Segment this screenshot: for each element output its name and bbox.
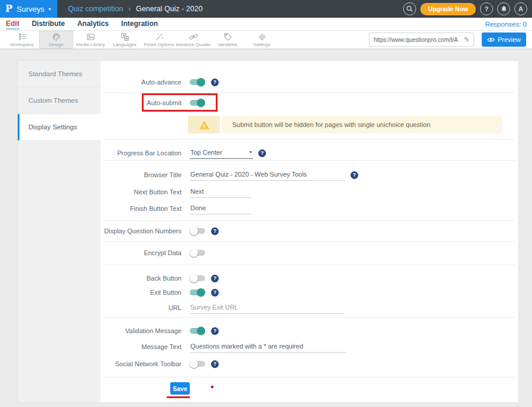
help-icon[interactable]: ? bbox=[211, 360, 219, 368]
upgrade-now-button[interactable]: Upgrade Now bbox=[420, 3, 476, 15]
questionpro-logo-icon: P bbox=[5, 4, 12, 14]
survey-url-box: ✎ bbox=[369, 32, 474, 47]
exit-button-toggle[interactable] bbox=[190, 288, 206, 297]
tab-integration[interactable]: Integration bbox=[121, 18, 158, 30]
design-panel: Standard Themes Custom Themes Display Se… bbox=[18, 61, 518, 402]
message-text-input[interactable] bbox=[190, 341, 346, 353]
row-auto-advance: Auto-advance ? bbox=[100, 75, 518, 89]
edit-url-pencil-icon[interactable]: ✎ bbox=[460, 35, 473, 44]
eye-icon bbox=[487, 37, 495, 43]
auto-submit-warning-banner: ! Submit button will be hidden for pages… bbox=[188, 116, 502, 134]
tab-edit[interactable]: Edit bbox=[6, 18, 20, 30]
back-button-label: Back Button bbox=[100, 275, 181, 282]
row-next-button-text: Next Button Text bbox=[100, 185, 518, 199]
divider bbox=[103, 317, 515, 318]
bell-icon bbox=[500, 5, 508, 13]
breadcrumb-current-survey: General Quiz - 2020 bbox=[136, 5, 203, 13]
breadcrumb-folder[interactable]: Quiz competition bbox=[68, 5, 123, 13]
sidebar-item-standard-themes[interactable]: Standard Themes bbox=[18, 61, 100, 87]
survey-url-input[interactable] bbox=[369, 37, 460, 43]
message-text-label: Message Text bbox=[100, 343, 181, 350]
divider bbox=[103, 92, 515, 93]
toolbar-item-label: Languages bbox=[113, 42, 137, 47]
warning-text: Submit button will be hidden for pages w… bbox=[222, 116, 502, 134]
page-background: Standard Themes Custom Themes Display Se… bbox=[0, 50, 532, 407]
row-encrypt-data: Encrypt Data bbox=[100, 246, 518, 260]
display-question-numbers-toggle[interactable] bbox=[190, 227, 206, 235]
help-button[interactable]: ? bbox=[480, 2, 493, 15]
product-name: Surveys bbox=[17, 5, 44, 14]
exit-button-label: Exit Button bbox=[100, 289, 181, 296]
breadcrumb: Quiz competition › General Quiz - 2020 bbox=[68, 5, 203, 13]
toolbar-item-variables[interactable]: Variables bbox=[210, 31, 245, 48]
toolbar-item-languages[interactable]: Languages bbox=[108, 31, 142, 48]
validation-message-toggle[interactable] bbox=[190, 327, 206, 335]
toolbar-item-workspace[interactable]: Workspace bbox=[5, 31, 39, 48]
auto-advance-toggle[interactable] bbox=[190, 78, 206, 86]
help-icon[interactable]: ? bbox=[258, 149, 266, 157]
row-exit-button: Exit Button ? bbox=[100, 285, 518, 299]
toolbar-item-label: Design bbox=[49, 42, 64, 47]
encrypt-data-label: Encrypt Data bbox=[100, 249, 181, 256]
back-button-toggle[interactable] bbox=[190, 274, 206, 282]
toolbar-item-settings[interactable]: Settings bbox=[245, 31, 279, 48]
encrypt-data-toggle[interactable] bbox=[190, 249, 206, 257]
help-icon[interactable]: ? bbox=[211, 79, 219, 86]
chevron-down-icon: ▾ bbox=[48, 6, 51, 12]
preview-button[interactable]: Preview bbox=[482, 32, 526, 47]
image-icon bbox=[86, 32, 95, 41]
progress-bar-location-select[interactable]: Top Center ▾ bbox=[190, 148, 253, 159]
toolbar-item-design[interactable]: Design bbox=[39, 31, 73, 48]
finish-button-text-input[interactable] bbox=[190, 203, 251, 214]
next-button-text-label: Next Button Text bbox=[100, 188, 181, 196]
exit-url-label: URL bbox=[100, 304, 181, 311]
topbar-actions: Upgrade Now ? A bbox=[403, 2, 532, 15]
responses-count[interactable]: Responses: 0 bbox=[485, 21, 532, 28]
design-palette-icon bbox=[52, 32, 61, 41]
display-question-numbers-label: Display Question Numbers bbox=[100, 227, 181, 235]
warning-triangle-icon: ! bbox=[199, 120, 210, 130]
divider bbox=[103, 377, 515, 377]
row-validation-message: Validation Message ? bbox=[100, 324, 518, 338]
toolbar-item-media-library[interactable]: Media Library bbox=[73, 31, 108, 48]
divider bbox=[103, 220, 515, 221]
sidebar-item-custom-themes[interactable]: Custom Themes bbox=[18, 87, 100, 114]
display-settings-form: Auto-advance ? Auto-submit bbox=[100, 61, 518, 402]
workspace-icon bbox=[18, 32, 27, 41]
progress-bar-location-label: Progress Bar Location bbox=[100, 149, 181, 157]
tab-distribute[interactable]: Distribute bbox=[32, 18, 65, 30]
row-back-button: Back Button ? bbox=[100, 271, 518, 285]
social-network-toolbar-toggle[interactable] bbox=[190, 360, 206, 368]
notifications-button[interactable] bbox=[497, 2, 510, 15]
browser-title-input[interactable] bbox=[190, 170, 345, 181]
row-auto-submit: Auto-submit bbox=[100, 96, 518, 110]
row-progress-bar-location: Progress Bar Location Top Center ▾ ? bbox=[100, 146, 518, 160]
sidebar-item-display-settings[interactable]: Display Settings bbox=[18, 114, 100, 141]
product-switcher[interactable]: P Surveys ▾ bbox=[0, 0, 57, 18]
svg-text:!: ! bbox=[203, 122, 205, 129]
account-avatar[interactable]: A bbox=[514, 2, 527, 15]
help-icon[interactable]: ? bbox=[211, 275, 219, 282]
search-button[interactable] bbox=[403, 2, 416, 15]
search-icon bbox=[406, 5, 414, 13]
row-social-network-toolbar: Social Network Toolbar ? bbox=[100, 357, 518, 371]
exit-url-input[interactable] bbox=[190, 302, 345, 314]
toolbar-item-advance-quotas[interactable]: Advance Quotas bbox=[176, 31, 210, 48]
auto-submit-toggle[interactable] bbox=[190, 99, 206, 107]
help-icon[interactable]: ? bbox=[211, 327, 219, 335]
toolbar-item-finish-options[interactable]: Finish Options bbox=[142, 31, 176, 48]
edit-toolbar: Workspace Design Media Library Languages bbox=[0, 31, 532, 50]
divider bbox=[103, 139, 515, 140]
survey-nav: Edit Distribute Analytics Integration Re… bbox=[0, 18, 532, 31]
annotation-dot bbox=[211, 386, 213, 388]
next-button-text-input[interactable] bbox=[190, 187, 251, 198]
help-icon[interactable]: ? bbox=[211, 227, 219, 235]
toolbar-item-label: Workspace bbox=[10, 42, 34, 47]
row-browser-title: Browser Title ? bbox=[100, 168, 518, 182]
help-icon[interactable]: ? bbox=[351, 171, 358, 179]
help-icon[interactable]: ? bbox=[211, 289, 219, 297]
tab-analytics[interactable]: Analytics bbox=[77, 18, 109, 30]
warning-icon-cell: ! bbox=[188, 116, 220, 134]
row-exit-url: URL bbox=[100, 301, 518, 315]
save-button[interactable]: Save bbox=[170, 382, 190, 395]
